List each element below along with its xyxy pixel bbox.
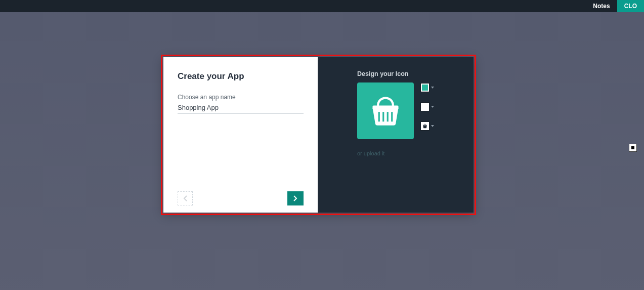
background-color-picker[interactable] <box>421 84 434 92</box>
chevron-right-icon <box>293 195 297 201</box>
svg-rect-5 <box>423 125 427 126</box>
wizard-nav <box>178 191 304 205</box>
notes-tab[interactable]: Notes <box>586 0 617 12</box>
foreground-color-picker[interactable] <box>421 103 434 111</box>
fg-color-swatch <box>421 103 429 111</box>
create-app-form-panel: Create your App Choose an app name <box>163 57 318 213</box>
next-button[interactable] <box>287 191 304 205</box>
side-indicator-button[interactable] <box>629 144 637 152</box>
icon-shape-picker[interactable] <box>421 122 434 130</box>
chevron-down-icon <box>431 87 434 89</box>
app-name-label: Choose an app name <box>178 94 304 101</box>
create-app-modal: Create your App Choose an app name Desig… <box>163 57 474 213</box>
icon-shape-swatch <box>421 122 429 130</box>
app-name-input[interactable] <box>178 103 304 114</box>
chevron-left-icon <box>183 195 187 201</box>
chevron-down-icon <box>431 125 434 127</box>
close-tab[interactable]: CLO <box>617 0 644 12</box>
basket-icon <box>368 94 403 128</box>
chevron-down-icon <box>431 106 434 108</box>
modal-title: Create your App <box>178 71 304 81</box>
upload-icon-link[interactable]: or upload it <box>357 150 459 156</box>
icon-preview <box>357 82 414 139</box>
design-icon-label: Design your Icon <box>357 70 459 77</box>
svg-rect-0 <box>373 105 399 110</box>
basket-icon-small <box>422 123 427 129</box>
topbar: Notes CLO <box>0 0 644 12</box>
bg-color-swatch <box>421 84 429 92</box>
prev-button <box>178 191 193 205</box>
design-icon-panel: Design your Icon <box>318 57 474 213</box>
icon-pickers <box>421 82 434 130</box>
